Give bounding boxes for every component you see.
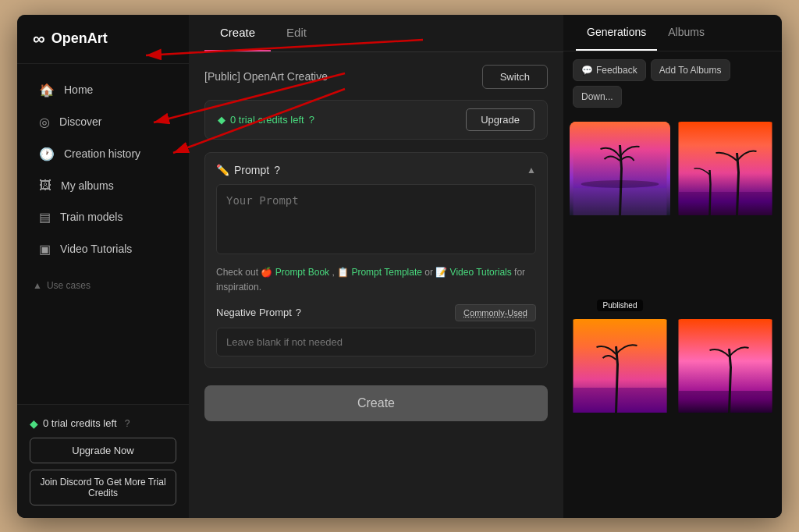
prompt-links: Check out 🍎 Prompt Book , 📋 Prompt Templ…: [216, 265, 536, 295]
video-tutorials-link[interactable]: Video Tutorials: [450, 267, 512, 278]
prompt-header: ✏️ Prompt ? ▲: [216, 164, 536, 176]
gallery-item[interactable]: [675, 319, 776, 512]
main-body: [Public] OpenArt Creative Switch ◆ 0 tri…: [189, 52, 563, 518]
sidebar-bottom: ◆ 0 trial credits left ? Upgrade Now Joi…: [17, 404, 189, 518]
gallery: Published: [563, 115, 782, 518]
create-button[interactable]: Create: [204, 385, 548, 421]
discover-icon: ◎: [39, 115, 50, 129]
video-icon: ▣: [39, 242, 51, 257]
svg-rect-6: [574, 388, 667, 413]
prompt-title-row: ✏️ Prompt ?: [216, 164, 280, 176]
sidebar-nav: 🏠 Home ◎ Discover 🕐 Creation history 🖼 M…: [17, 64, 189, 404]
sidebar-item-creation-history[interactable]: 🕐 Creation history: [23, 139, 183, 169]
feedback-icon: 💬: [581, 65, 593, 76]
negative-prompt-input[interactable]: [216, 328, 536, 356]
gallery-item[interactable]: Published: [570, 122, 670, 314]
tab-edit[interactable]: Edit: [271, 15, 322, 51]
gallery-item[interactable]: [570, 319, 670, 512]
help-icon-banner[interactable]: ?: [309, 114, 314, 126]
negative-prompt-row: Negative Prompt ? Commonly-Used: [216, 304, 536, 321]
sidebar-item-discover[interactable]: ◎ Discover: [23, 107, 183, 137]
mode-label: [Public] OpenArt Creative: [204, 70, 328, 83]
commonly-used-button[interactable]: Commonly-Used: [455, 304, 536, 321]
credits-count: 0 trial credits left: [43, 417, 117, 429]
help-icon-prompt[interactable]: ?: [274, 164, 280, 176]
main-tabs: Create Edit: [189, 15, 563, 52]
upgrade-button[interactable]: Upgrade: [466, 108, 534, 131]
history-icon: 🕐: [39, 147, 55, 161]
tab-albums[interactable]: Albums: [657, 15, 716, 51]
help-icon-neg[interactable]: ?: [296, 307, 301, 318]
pencil-icon: ✏️: [216, 164, 229, 176]
switch-button[interactable]: Switch: [482, 65, 548, 89]
chevron-up-icon: ▲: [33, 280, 42, 291]
sidebar-item-video-tutorials[interactable]: ▣ Video Tutorials: [23, 234, 183, 264]
add-to-albums-button[interactable]: Add To Albums: [651, 59, 730, 81]
sidebar-item-label: My albums: [61, 179, 114, 192]
discord-button[interactable]: Join Discord To Get More Trial Credits: [30, 470, 176, 505]
svg-point-2: [581, 180, 659, 188]
svg-rect-8: [679, 391, 772, 413]
prompt-book-link[interactable]: Prompt Book: [275, 267, 329, 278]
download-label: Down...: [581, 91, 613, 102]
published-badge: Published: [597, 300, 644, 311]
diamond-icon: ◆: [30, 417, 38, 430]
sidebar-item-label: Video Tutorials: [60, 243, 132, 255]
gallery-image-4: [675, 319, 776, 413]
download-button[interactable]: Down...: [573, 86, 622, 108]
sidebar-item-train-models[interactable]: ▤ Train models: [23, 202, 183, 232]
credits-banner: ◆ 0 trial credits left ? Upgrade: [204, 100, 548, 140]
sidebar-item-label: Home: [64, 83, 93, 96]
tab-generations[interactable]: Generations: [576, 15, 657, 51]
right-actions: 💬 Feedback Add To Albums Down...: [563, 51, 782, 115]
credits-banner-text: 0 trial credits left: [230, 114, 304, 126]
diamond-icon-banner: ◆: [218, 114, 225, 126]
sidebar: ∞ OpenArt 🏠 Home ◎ Discover 🕐 Creation h…: [17, 15, 189, 518]
feedback-label: Feedback: [596, 65, 637, 76]
sidebar-item-label: Discover: [59, 115, 101, 128]
sidebar-item-label: Creation history: [64, 147, 140, 160]
chevron-up-icon-prompt[interactable]: ▲: [527, 165, 536, 176]
upgrade-now-button[interactable]: Upgrade Now: [30, 438, 176, 463]
main-content: Create Edit [Public] OpenArt Creative Sw…: [189, 15, 563, 518]
right-panel: Generations Albums 💬 Feedback Add To Alb…: [563, 15, 782, 518]
gallery-image-1: [570, 122, 670, 215]
prompt-label: Prompt: [234, 164, 269, 176]
credits-row: ◆ 0 trial credits left ?: [30, 417, 176, 430]
neg-prompt-label: Negative Prompt ?: [216, 307, 301, 318]
use-cases-section: ▲ Use cases: [17, 272, 189, 299]
add-albums-label: Add To Albums: [659, 65, 722, 76]
app-name: OpenArt: [51, 30, 108, 47]
sidebar-item-label: Train models: [60, 211, 123, 223]
sidebar-item-my-albums[interactable]: 🖼 My albums: [23, 171, 183, 200]
prompt-section: ✏️ Prompt ? ▲ Check out 🍎 Prompt Book , …: [204, 152, 548, 368]
help-icon[interactable]: ?: [125, 418, 130, 429]
prompt-template-link[interactable]: Prompt Template: [351, 267, 422, 278]
albums-icon: 🖼: [39, 179, 51, 193]
right-tabs: Generations Albums: [563, 15, 782, 51]
mode-row: [Public] OpenArt Creative Switch: [204, 65, 548, 89]
gallery-image-3: [570, 319, 670, 413]
credits-left: ◆ 0 trial credits left ?: [218, 114, 314, 126]
svg-rect-4: [679, 192, 772, 215]
gallery-item[interactable]: [675, 122, 776, 314]
gallery-image-2: [675, 122, 776, 215]
sidebar-item-home[interactable]: 🏠 Home: [23, 75, 183, 105]
tab-create[interactable]: Create: [204, 15, 271, 51]
home-icon: 🏠: [39, 83, 55, 98]
prompt-textarea[interactable]: [216, 184, 536, 254]
feedback-button[interactable]: 💬 Feedback: [573, 59, 646, 81]
train-icon: ▤: [39, 210, 51, 225]
logo-icon: ∞: [33, 29, 45, 49]
logo-area: ∞ OpenArt: [17, 15, 189, 64]
